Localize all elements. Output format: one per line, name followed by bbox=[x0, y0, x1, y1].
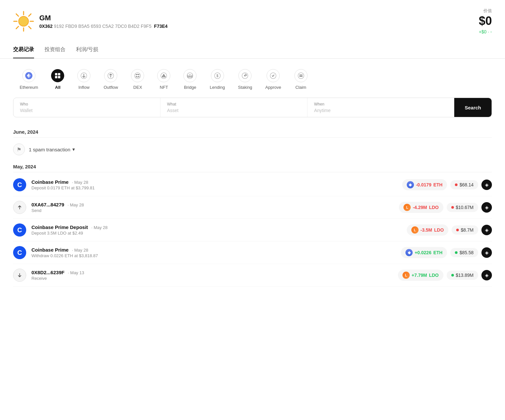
category-approve[interactable]: Approve bbox=[259, 67, 288, 92]
who-value[interactable]: Wallet bbox=[20, 108, 154, 113]
token-symbol: ETH bbox=[433, 182, 442, 187]
tx-desc: Receive bbox=[31, 276, 393, 281]
tx-row: C Coinbase Prime Deposit · May 28 Deposi… bbox=[13, 219, 492, 241]
action-button[interactable]: ◈ bbox=[481, 270, 492, 280]
month-june-2024: June, 2024 bbox=[13, 125, 492, 138]
search-bar: Who Wallet What Asset When Anytime Searc… bbox=[13, 98, 492, 117]
svg-line-6 bbox=[16, 14, 18, 16]
tx-name: Coinbase Prime · May 28 bbox=[31, 179, 397, 185]
svg-point-38 bbox=[298, 73, 304, 79]
tabs-container: 交易记录 投资组合 利润/亏损 bbox=[0, 41, 505, 59]
tx-row: 0XA67...84279 · May 28 Send L -4.29M LDO… bbox=[13, 196, 492, 219]
category-outflow[interactable]: Outflow bbox=[97, 67, 124, 92]
spam-transaction-row[interactable]: ⚑ 1 spam transaction ▾ bbox=[13, 139, 492, 160]
category-dex[interactable]: DEX bbox=[124, 67, 151, 92]
tx-row: C Coinbase Prime · May 28 Deposit 0.0179… bbox=[13, 174, 492, 196]
approve-icon bbox=[267, 69, 280, 82]
svg-text:$: $ bbox=[216, 74, 218, 78]
tab-trades[interactable]: 交易记录 bbox=[13, 41, 34, 58]
tx-desc: Deposit 0.0179 ETH at $3,799.81 bbox=[31, 185, 397, 190]
category-all-label: All bbox=[55, 85, 61, 90]
action-button[interactable]: ◈ bbox=[481, 180, 492, 190]
action-button[interactable]: ◈ bbox=[481, 202, 492, 213]
portfolio-value: $0 bbox=[479, 14, 492, 28]
category-lending[interactable]: $ Lending bbox=[203, 67, 231, 92]
address-prefix: 0X362 bbox=[39, 24, 52, 29]
amount-value: -4.29M bbox=[413, 205, 427, 210]
what-value[interactable]: Asset bbox=[167, 108, 301, 113]
nft-icon bbox=[157, 69, 170, 82]
svg-rect-18 bbox=[58, 76, 60, 78]
category-approve-label: Approve bbox=[265, 85, 281, 90]
spam-icon: ⚑ bbox=[13, 143, 25, 155]
category-all[interactable]: All bbox=[45, 67, 71, 92]
tx-desc: Withdraw 0.0226 ETH at $3,818.87 bbox=[31, 253, 396, 258]
svg-point-1 bbox=[19, 17, 28, 26]
tx-info: Coinbase Prime Deposit · May 28 Deposit … bbox=[31, 224, 402, 236]
tx-date: · May 28 bbox=[72, 248, 88, 253]
header: GM 0X362 9192 FBD9 B5A5 6593 C5A2 7DC0 B… bbox=[0, 0, 505, 41]
page: GM 0X362 9192 FBD9 B5A5 6593 C5A2 7DC0 B… bbox=[0, 0, 505, 420]
usd-amount: $10.67M bbox=[447, 203, 478, 212]
usd-value: $8.7M bbox=[461, 227, 474, 233]
token-amount: ◆ -0.0179 ETH bbox=[402, 179, 447, 190]
search-when-field: When Anytime bbox=[308, 98, 454, 117]
tx-name: Coinbase Prime · May 28 bbox=[31, 247, 396, 253]
category-nft[interactable]: NFT bbox=[151, 67, 177, 92]
ldo-token-icon: L bbox=[411, 226, 419, 234]
when-value[interactable]: Anytime bbox=[314, 108, 448, 113]
status-dot bbox=[455, 183, 458, 186]
lending-icon: $ bbox=[211, 69, 224, 82]
amount-value: -3.5M bbox=[421, 227, 432, 233]
tx-right: L -3.5M LDO $8.7M ◈ bbox=[407, 224, 492, 236]
address-bold: F73E4 bbox=[154, 24, 167, 29]
tab-portfolio[interactable]: 投资组合 bbox=[45, 41, 65, 58]
svg-point-23 bbox=[139, 74, 140, 75]
all-icon bbox=[51, 69, 64, 82]
search-button[interactable]: Search bbox=[454, 98, 492, 117]
category-claim-label: Claim bbox=[295, 85, 306, 90]
action-button[interactable]: ◈ bbox=[481, 247, 492, 258]
token-amount: L -3.5M LDO bbox=[407, 224, 448, 236]
tx-date: · May 13 bbox=[68, 270, 84, 275]
sun-icon bbox=[13, 11, 34, 32]
header-info: GM 0X362 9192 FBD9 B5A5 6593 C5A2 7DC0 B… bbox=[39, 14, 168, 29]
tx-desc: Send bbox=[31, 208, 394, 213]
svg-rect-16 bbox=[58, 73, 60, 75]
categories-bar: Ethereum All Inflow Outflow bbox=[0, 59, 505, 98]
tab-pnl[interactable]: 利润/亏损 bbox=[76, 41, 98, 58]
tx-name: 0X8D2...6239F · May 13 bbox=[31, 270, 393, 275]
status-dot bbox=[456, 229, 459, 231]
svg-point-24 bbox=[139, 76, 140, 77]
category-inflow[interactable]: Inflow bbox=[71, 67, 97, 92]
category-bridge[interactable]: Bridge bbox=[177, 67, 203, 92]
svg-line-8 bbox=[29, 14, 31, 16]
svg-rect-39 bbox=[299, 75, 303, 75]
svg-point-25 bbox=[136, 76, 137, 77]
receive-icon bbox=[13, 269, 26, 282]
tx-date: · May 28 bbox=[91, 225, 108, 230]
claim-icon bbox=[294, 69, 308, 82]
category-staking-label: Staking bbox=[238, 85, 252, 90]
staking-icon bbox=[238, 69, 252, 82]
action-button[interactable]: ◈ bbox=[481, 225, 492, 235]
usd-value: $10.67M bbox=[456, 205, 474, 210]
tx-date: · May 28 bbox=[67, 202, 84, 207]
coinbase-icon: C bbox=[13, 223, 26, 237]
transaction-list: June, 2024 ⚑ 1 spam transaction ▾ May, 2… bbox=[0, 125, 505, 287]
svg-rect-17 bbox=[55, 76, 57, 78]
amount-value: +0.0226 bbox=[415, 250, 431, 255]
tx-right: L -4.29M LDO $10.67M ◈ bbox=[399, 202, 492, 213]
usd-amount: $85.58 bbox=[450, 248, 478, 257]
category-ethereum[interactable]: Ethereum bbox=[13, 67, 45, 92]
address-middle: 9192 FBD9 B5A5 6593 C5A2 7DC0 B4D2 F9F5 bbox=[54, 24, 151, 29]
usd-amount: $8.7M bbox=[452, 225, 478, 235]
amount-value: +7.79M bbox=[412, 273, 427, 278]
category-staking[interactable]: Staking bbox=[232, 67, 259, 92]
tx-info: 0X8D2...6239F · May 13 Receive bbox=[31, 270, 393, 281]
category-claim[interactable]: Claim bbox=[288, 67, 314, 92]
svg-point-21 bbox=[135, 73, 140, 79]
token-amount: L -4.29M LDO bbox=[399, 202, 443, 213]
eth-token-icon: ◆ bbox=[405, 249, 413, 256]
category-outflow-label: Outflow bbox=[103, 85, 118, 90]
